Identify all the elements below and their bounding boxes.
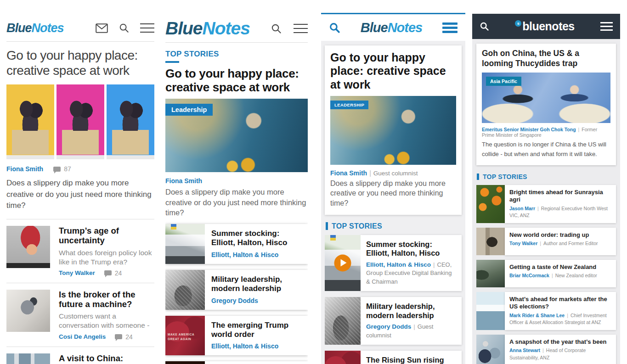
story-card[interactable]: Military leadership, modern leadership G… (165, 270, 308, 310)
lead-image-interview[interactable]: Asia Pacific (482, 73, 610, 123)
story-card[interactable]: A snapshot of the year that’s been Anna … (476, 335, 616, 364)
story-title[interactable]: Bright times ahead for Sunraysia agri (509, 189, 611, 204)
lead-headline[interactable]: Goh on China, the US & a looming Thucydi… (482, 48, 610, 68)
comment-count[interactable]: 24 (104, 269, 122, 277)
mail-icon[interactable] (96, 23, 108, 33)
bluenotes-logo[interactable]: BlueNotes (165, 18, 250, 39)
thumb-trump-red-cap[interactable] (6, 226, 50, 268)
author-link[interactable]: Gregory Dodds (366, 323, 411, 330)
author-link[interactable]: Tony Walker (59, 269, 95, 276)
phone-view-2: BlueNotes TOP STORIES Go to your happy p… (165, 0, 308, 364)
comment-icon (104, 270, 112, 275)
story-title[interactable]: Military leadership, modern leadership (211, 275, 301, 294)
author-link[interactable]: Cosi De Angelis (59, 333, 106, 340)
comment-icon (115, 334, 122, 339)
story-card[interactable]: Summer stocking: Elliott, Halton, Hisco … (165, 224, 308, 264)
story-card[interactable]: New world order: trading up Tony Walker|… (476, 228, 616, 255)
story-row[interactable]: Trump’s age of uncertainty What does for… (6, 219, 154, 283)
hamburger-menu-icon[interactable] (294, 21, 308, 36)
story-card[interactable]: MAKE AMERICA GREAT AGAIN The Rising Sun … (325, 351, 462, 364)
author-link[interactable]: Anna Stewart (509, 347, 540, 353)
lead-image-office[interactable]: LEADERSHIP (330, 96, 456, 165)
author-link[interactable]: Fiona Smith (6, 165, 43, 173)
comment-count[interactable]: 24 (115, 333, 133, 341)
story-card[interactable]: MAKE AMERICA GREAT AGAIN The emerging Tr… (165, 316, 308, 356)
story-meta: Tony Walker 24 (59, 269, 154, 277)
hamburger-menu-icon[interactable] (140, 20, 154, 36)
story-title[interactable]: Is the broker of the future a machine? (59, 290, 154, 309)
story-title[interactable]: Getting a taste of New Zealand (509, 263, 611, 271)
thumb-robotic-hand[interactable] (6, 290, 50, 332)
category-tag[interactable]: LEADERSHIP (330, 101, 368, 109)
search-icon[interactable] (119, 23, 129, 33)
lead-headline[interactable]: Go to your happy place: creative space a… (6, 48, 154, 78)
author-link[interactable]: Fiona Smith (165, 177, 202, 185)
story-card[interactable]: Getting a taste of New Zealand Briar McC… (476, 260, 616, 287)
bluenotes-logo[interactable]: ttbluenotes (515, 20, 575, 33)
author-link[interactable]: Elliott, Halton & Hisco (211, 251, 278, 258)
search-icon[interactable] (480, 22, 489, 31)
author-link[interactable]: Fiona Smith (330, 169, 367, 177)
lead-image-office[interactable]: Leadership (165, 99, 308, 172)
story-title[interactable]: The Rising Sun rising again in Australia (366, 356, 456, 364)
comment-count[interactable]: 87 (53, 165, 71, 173)
lead-headline[interactable]: Go to your happy place: creative space a… (330, 51, 456, 91)
story-row[interactable]: Is the broker of the future a machine? C… (6, 283, 154, 347)
search-icon[interactable] (271, 23, 282, 34)
story-title[interactable]: Summer stocking: Elliott, Halton, Hisco (366, 240, 456, 258)
logo-word-notes: Notes (32, 21, 64, 35)
story-meta: Gregory Dodds|Guest columnist (366, 323, 456, 339)
lead-meta: Fiona Smith (165, 177, 308, 185)
section-accent-bar (326, 222, 328, 230)
phone-view-1: BlueNotes Go to your happy place: creati… (6, 0, 154, 364)
story-row[interactable]: A visit to China: beyond excess credit A… (6, 347, 154, 364)
story-card[interactable]: Bright times ahead for Sunraysia agri Ja… (476, 185, 616, 223)
story-summary: What does foreign policy look like in th… (59, 248, 154, 267)
story-card[interactable]: Military leadership, modern leadership G… (325, 297, 462, 345)
section-accent-bar (477, 174, 479, 180)
lead-headline[interactable]: Go to your happy place: creative space a… (165, 67, 308, 94)
section-label[interactable]: TOP STORIES (332, 222, 382, 230)
logo-word-blue: Blue (6, 21, 32, 35)
play-icon[interactable] (334, 254, 351, 271)
story-card[interactable]: Summer stocking: Elliott, Halton, Hisco … (325, 235, 462, 291)
story-title[interactable]: New world order: trading up (509, 231, 611, 239)
header: BlueNotes (321, 14, 465, 41)
category-tag[interactable]: Leadership (165, 104, 213, 116)
story-meta: Briar McCormack|New Zealand editor (509, 272, 611, 280)
story-title[interactable]: Military leadership, modern leadership (366, 302, 456, 320)
story-title[interactable]: Trump’s age of uncertainty (59, 226, 154, 246)
story-meta: Elliott, Halton & Hisco|CEO, Group Execu… (366, 261, 456, 286)
section-label[interactable]: TOP STORIES (483, 173, 527, 180)
hamburger-menu-icon[interactable] (600, 20, 613, 33)
author-link[interactable]: Mark Rider & Shane Lee (509, 313, 565, 318)
section-label[interactable]: TOP STORIES (165, 50, 219, 58)
story-card[interactable]: The Rising Sun rising again in Australia… (165, 361, 308, 364)
story-meta: Anna Stewart|Head of Corporate Sustainab… (509, 347, 611, 362)
bluenotes-logo[interactable]: BlueNotes (6, 21, 64, 35)
story-title[interactable]: A visit to China: beyond excess credit (59, 353, 154, 364)
author-link[interactable]: Jason Marr (509, 206, 535, 211)
top-stories-section-header: TOP STORIES (165, 50, 308, 63)
story-title[interactable]: The emerging Trump world order (211, 321, 301, 340)
logo-word: bluenotes (522, 20, 575, 33)
thumb-man-in-suit[interactable] (6, 353, 50, 364)
author-link[interactable]: Emeritus Senior Minister Goh Chok Tong (482, 127, 576, 132)
cap-slogan-text: MAKE AMERICA GREAT AGAIN (168, 332, 196, 342)
author-link[interactable]: Elliott, Halton & Hisco (211, 342, 278, 350)
divider (6, 41, 154, 42)
author-link[interactable]: Briar McCormack (509, 273, 549, 278)
author-link[interactable]: Elliott, Halton & Hisco (366, 261, 431, 268)
hamburger-menu-icon[interactable] (442, 21, 458, 35)
story-title[interactable]: A snapshot of the year that’s been (509, 338, 611, 346)
lead-description: The question is no longer if China & the… (482, 140, 610, 159)
bluenotes-logo[interactable]: BlueNotes (361, 20, 422, 35)
story-title[interactable]: Summer stocking: Elliott, Halton, Hisco (211, 229, 301, 248)
search-icon[interactable] (329, 22, 340, 34)
story-card[interactable]: What’s ahead for markets after the US el… (476, 292, 616, 330)
author-link[interactable]: Gregory Dodds (211, 297, 258, 304)
lead-image-creative-booths[interactable] (6, 84, 154, 159)
author-link[interactable]: Tony Walker (509, 241, 537, 246)
story-title[interactable]: What’s ahead for markets after the US el… (509, 296, 611, 311)
category-tag[interactable]: Asia Pacific (486, 77, 521, 86)
